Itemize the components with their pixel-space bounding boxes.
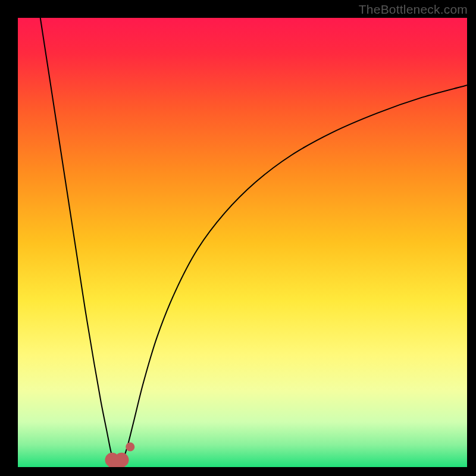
marker-bump bbox=[126, 442, 134, 451]
curve-right-branch bbox=[123, 85, 467, 459]
chart-curves bbox=[18, 18, 467, 467]
plot-area bbox=[18, 18, 467, 467]
marker-valley-right bbox=[114, 453, 129, 467]
watermark-text: TheBottleneck.com bbox=[359, 2, 468, 17]
outer-frame: TheBottleneck.com bbox=[0, 0, 476, 476]
curve-left-branch bbox=[40, 18, 113, 459]
